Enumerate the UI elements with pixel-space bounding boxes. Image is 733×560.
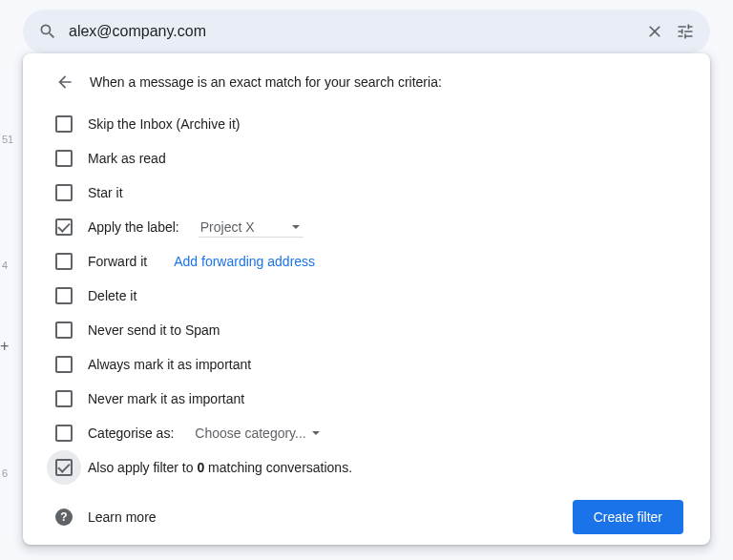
label-categorise: Categorise as: [88, 425, 174, 441]
plus-icon[interactable]: + [0, 338, 9, 355]
option-mark-read: Mark as read [50, 141, 683, 176]
checkbox-also-apply[interactable] [55, 459, 73, 476]
checkbox-star[interactable] [55, 184, 73, 201]
checkbox-highlight [47, 450, 81, 485]
option-categorise: Categorise as: Choose category... [50, 416, 683, 450]
help-icon[interactable]: ? [55, 508, 73, 526]
filter-panel: When a message is an exact match for you… [23, 53, 710, 545]
gutter-count-2: 4 [2, 259, 8, 271]
label-never-spam: Never send it to Spam [88, 322, 220, 338]
tune-icon[interactable] [676, 22, 695, 41]
label-never-important: Never mark it as important [88, 391, 244, 406]
label-always-important: Always mark it as important [88, 357, 251, 372]
close-icon[interactable] [645, 22, 664, 41]
search-bar [23, 10, 710, 53]
search-input[interactable] [69, 23, 634, 40]
label-forward: Forward it [88, 254, 147, 269]
filter-options: Skip the Inbox (Archive it) Mark as read… [50, 107, 683, 485]
label-dropdown[interactable]: Project X [199, 218, 304, 238]
option-forward: Forward it Add forwarding address [50, 244, 683, 279]
checkbox-delete[interactable] [55, 287, 73, 304]
checkbox-forward[interactable] [55, 253, 73, 270]
option-always-important: Always mark it as important [50, 347, 683, 382]
learn-more-link[interactable]: Learn more [88, 509, 157, 525]
create-filter-button[interactable]: Create filter [573, 500, 683, 534]
option-skip-inbox: Skip the Inbox (Archive it) [50, 107, 683, 141]
search-icon [38, 22, 57, 41]
panel-footer: ? Learn more Create filter [50, 500, 683, 534]
panel-header-text: When a message is an exact match for you… [90, 74, 442, 90]
checkbox-skip-inbox[interactable] [55, 115, 73, 133]
label-mark-read: Mark as read [88, 151, 166, 166]
option-apply-label: Apply the label: Project X [50, 210, 683, 244]
add-forwarding-link[interactable]: Add forwarding address [174, 254, 315, 269]
label-apply-label: Apply the label: [88, 219, 179, 235]
gutter-count-3: 6 [2, 467, 8, 479]
label-also-apply: Also apply filter to 0 matching conversa… [88, 460, 352, 475]
label-skip-inbox: Skip the Inbox (Archive it) [88, 116, 241, 132]
footer-left: ? Learn more [55, 508, 157, 526]
label-delete: Delete it [88, 288, 136, 303]
option-never-spam: Never send it to Spam [50, 313, 683, 347]
checkbox-always-important[interactable] [55, 356, 73, 373]
checkbox-apply-label[interactable] [55, 218, 73, 236]
checkbox-never-spam[interactable] [55, 321, 73, 339]
option-also-apply: Also apply filter to 0 matching conversa… [50, 450, 683, 485]
panel-header: When a message is an exact match for you… [55, 73, 683, 92]
categorise-dropdown[interactable]: Choose category... [193, 424, 323, 443]
label-star: Star it [88, 185, 123, 200]
option-star: Star it [50, 176, 683, 210]
checkbox-never-important[interactable] [55, 390, 73, 407]
gutter-count-1: 51 [2, 134, 13, 145]
label-dropdown-text: Project X [200, 219, 255, 235]
chevron-down-icon [292, 225, 300, 229]
chevron-down-icon [312, 431, 320, 435]
checkbox-categorise[interactable] [55, 425, 73, 442]
option-delete: Delete it [50, 279, 683, 313]
left-gutter: 51 4 + 6 [0, 0, 15, 560]
checkbox-mark-read[interactable] [55, 150, 73, 167]
back-icon[interactable] [55, 73, 74, 92]
categorise-dropdown-text: Choose category... [195, 425, 305, 441]
option-never-important: Never mark it as important [50, 382, 683, 416]
